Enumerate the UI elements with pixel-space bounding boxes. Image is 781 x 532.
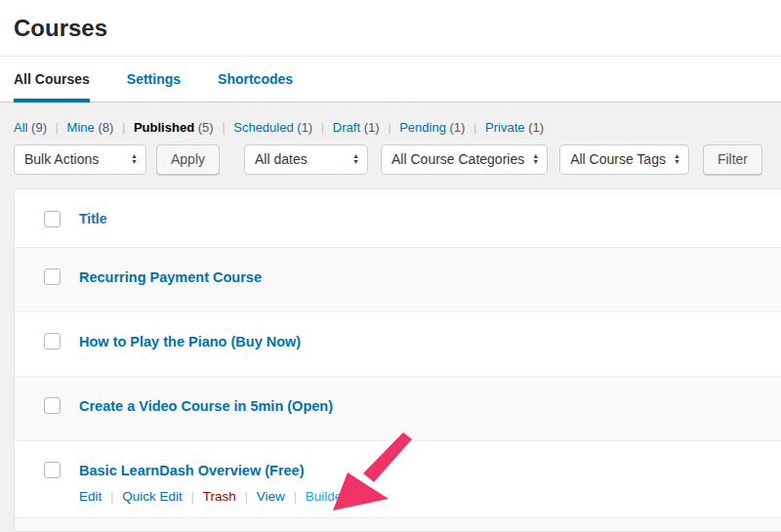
table-header-row: Title: [15, 189, 781, 247]
course-tags-value: All Course Tags: [570, 151, 666, 167]
table-row: Recurring Payment Course: [15, 247, 781, 311]
content-area: All (9) | Mine (8) | Published (5) | Sch…: [0, 120, 781, 532]
select-stepper-icon: ▲▼: [352, 153, 359, 165]
course-categories-value: All Course Categories: [391, 151, 524, 167]
row-checkbox[interactable]: [44, 333, 61, 349]
bulk-actions-value: Bulk Actions: [24, 151, 99, 167]
row-checkbox[interactable]: [44, 462, 61, 478]
row-checkbox-cell: [15, 268, 79, 285]
row-title-and-actions: Basic LearnDash Overview (Free) Edit | Q…: [79, 462, 347, 517]
tab-all-courses[interactable]: All Courses: [14, 57, 90, 102]
trash-action-link[interactable]: Trash: [203, 489, 236, 504]
row-actions: Edit | Quick Edit | Trash | View | Build…: [79, 489, 347, 517]
course-title-link[interactable]: Recurring Payment Course: [79, 268, 262, 287]
course-tags-select[interactable]: All Course Tags ▲▼: [559, 144, 689, 175]
page-title: Courses: [0, 0, 781, 56]
separator: |: [222, 120, 225, 135]
view-mine[interactable]: Mine: [67, 120, 95, 135]
tab-bar: All Courses Settings Shortcodes: [0, 56, 781, 102]
filter-button[interactable]: Filter: [703, 144, 762, 175]
course-title-link[interactable]: Create a Video Course in 5min (Open): [79, 397, 333, 416]
row-checkbox-cell: [15, 397, 79, 414]
course-title-link[interactable]: How to Play the Piano (Buy Now): [79, 333, 301, 351]
view-mine-count: (8): [98, 120, 113, 135]
tab-shortcodes[interactable]: Shortcodes: [218, 57, 293, 102]
view-action-link[interactable]: View: [257, 489, 285, 504]
course-categories-select[interactable]: All Course Categories ▲▼: [381, 144, 548, 175]
separator: |: [294, 489, 298, 504]
tab-settings[interactable]: Settings: [127, 57, 181, 102]
select-all-cell: [15, 211, 79, 227]
row-checkbox-cell: [15, 462, 79, 478]
separator: |: [244, 489, 248, 504]
dates-value: All dates: [255, 151, 308, 167]
view-published-count: (5): [198, 120, 214, 135]
separator: |: [56, 120, 59, 135]
table-row: Basic LearnDash Overview (Free) Edit | Q…: [15, 440, 781, 517]
separator: |: [122, 120, 125, 135]
page-header: Courses All Courses Settings Shortcodes: [0, 0, 781, 102]
next-row-partial: [15, 517, 781, 531]
view-private-count: (1): [528, 120, 544, 135]
view-all-count: (9): [31, 120, 47, 135]
view-all[interactable]: All: [14, 120, 27, 135]
course-title-link[interactable]: Basic LearnDash Overview (Free): [79, 463, 305, 478]
select-stepper-icon: ▲▼: [532, 153, 539, 165]
view-scheduled[interactable]: Scheduled: [233, 120, 293, 135]
view-draft[interactable]: Draft: [333, 120, 360, 135]
view-pending[interactable]: Pending: [399, 120, 446, 135]
row-checkbox-cell: [15, 333, 79, 349]
status-filter-links: All (9) | Mine (8) | Published (5) | Sch…: [14, 120, 781, 135]
edit-action-link[interactable]: Edit: [79, 489, 102, 504]
quick-edit-action-link[interactable]: Quick Edit: [122, 489, 183, 504]
dates-select[interactable]: All dates ▲▼: [244, 144, 368, 175]
separator: |: [191, 489, 195, 504]
courses-table: Title Recurring Payment Course How to Pl…: [14, 188, 781, 532]
apply-button[interactable]: Apply: [156, 144, 220, 175]
separator: |: [321, 120, 324, 135]
table-row: How to Play the Piano (Buy Now): [15, 311, 781, 376]
row-checkbox[interactable]: [44, 397, 61, 414]
list-controls: Bulk Actions ▲▼ Apply All dates ▲▼ All C…: [14, 144, 781, 175]
view-scheduled-count: (1): [297, 120, 312, 135]
row-checkbox[interactable]: [44, 268, 61, 285]
separator: |: [110, 489, 114, 504]
view-published[interactable]: Published: [134, 120, 194, 135]
bulk-actions-select[interactable]: Bulk Actions ▲▼: [14, 144, 146, 175]
separator: |: [473, 120, 476, 135]
builder-action-link[interactable]: Builder: [306, 489, 347, 504]
select-stepper-icon: ▲▼: [131, 153, 138, 165]
separator: |: [388, 120, 390, 135]
table-row: Create a Video Course in 5min (Open): [15, 376, 781, 440]
select-stepper-icon: ▲▼: [674, 153, 680, 165]
column-header-title[interactable]: Title: [79, 211, 107, 226]
view-private[interactable]: Private: [485, 120, 524, 135]
view-pending-count: (1): [450, 120, 466, 135]
view-draft-count: (1): [364, 120, 380, 135]
select-all-checkbox[interactable]: [44, 211, 61, 227]
